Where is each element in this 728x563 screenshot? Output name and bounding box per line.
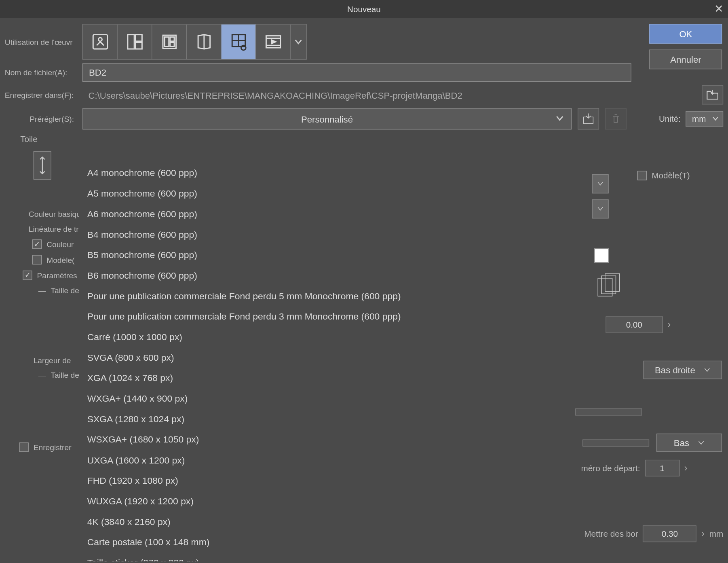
register-label: Enregistrer [34,443,72,452]
svg-rect-7 [170,37,174,41]
start-num-label: méro de départ: [581,464,640,473]
small-select-2[interactable] [592,199,608,218]
preset-option[interactable]: WSXGA+ (1680 x 1050 px) [79,430,563,450]
model-checkbox[interactable] [32,255,42,265]
corner-select-label: Bas droite [655,365,695,375]
preset-option[interactable]: B5 monochrome (600 ppp) [79,245,563,266]
chevron-down-icon [712,114,719,124]
preset-option[interactable]: XGA (1024 x 768 px) [79,368,563,389]
book-icon[interactable] [187,25,222,59]
chevron-down-icon [555,114,564,124]
model-t-label: Modèle(T) [652,171,690,180]
numbox-blank-2[interactable] [582,439,649,447]
window-title: Nouveau [347,4,381,14]
model-checkbox-label: Modèle( [46,255,74,264]
filename-input[interactable] [82,63,631,82]
register-checkbox[interactable] [19,442,29,452]
unit-label: Unité: [659,114,681,124]
preset-option[interactable]: WUXGA (1920 x 1200 px) [79,491,563,512]
width-de-label: Largeur de [34,356,71,365]
delete-preset-icon[interactable] [605,108,627,129]
preset-option[interactable]: Carré (1000 x 1000 px) [79,327,563,348]
swap-dimensions-button[interactable] [34,151,51,180]
bor-input[interactable]: 0.30 [643,525,696,542]
preset-option[interactable]: 4K (3840 x 2160 px) [79,512,563,532]
mm-suffix: mm [709,529,723,539]
preset-option[interactable]: B6 monochrome (600 ppp) [79,266,563,286]
svg-rect-8 [170,42,174,47]
ok-button[interactable]: OK [650,24,722,44]
svg-point-1 [98,38,102,41]
model-t-checkbox[interactable] [637,171,647,180]
browse-folder-icon[interactable] [702,85,723,104]
preset-option[interactable]: Pour une publication commerciale Fond pe… [79,307,563,327]
webtoon-icon[interactable] [222,25,256,59]
cancel-button[interactable]: Annuler [650,50,722,70]
preset-option[interactable]: SXGA (1280 x 1024 px) [79,409,563,430]
comic-icon[interactable] [118,25,152,59]
pages-icon [595,273,623,300]
params-checkbox[interactable] [23,271,32,280]
color-checkbox[interactable] [32,239,42,249]
filename-label: Nom de fichier(A): [5,68,76,77]
num-000[interactable]: 0.00 [606,316,663,333]
chevron-right-icon[interactable]: › [684,463,688,474]
unit-select[interactable]: mm [686,111,723,127]
illustration-icon[interactable] [83,25,118,59]
basic-color-label: Couleur basiqu [29,210,81,218]
preset-label: Prérégler(S): [5,114,76,123]
chevron-right-icon[interactable]: › [667,320,671,330]
preset-dropdown-list[interactable]: A4 monochrome (600 ppp)A5 monochrome (60… [79,163,563,561]
preset-selected-text: Personnalisé [301,114,353,124]
preset-option[interactable]: WXGA+ (1440 x 900 px) [79,389,563,409]
animation-icon[interactable] [256,25,291,59]
preset-option[interactable]: FHD (1920 x 1080 px) [79,470,563,491]
work-use-label: Utilisation de l'œuvr [5,37,76,46]
numbox-blank[interactable] [575,408,642,416]
save-preset-icon[interactable] [578,108,599,129]
preset-option[interactable]: UXGA (1600 x 1200 px) [79,450,563,471]
small-select-1[interactable] [592,174,608,193]
preset-option[interactable]: Pour une publication commerciale Fond pe… [79,286,563,307]
preset-option[interactable]: A6 monochrome (600 ppp) [79,204,563,224]
print-comic-icon[interactable] [152,25,187,59]
start-num-input[interactable]: 1 [645,460,679,476]
chevron-down-icon [698,439,705,447]
preset-option[interactable]: SVGA (800 x 600 px) [79,347,563,368]
save-in-label: Enregistrer dans(F): [5,91,76,99]
params-label: Paramètres [37,271,77,279]
position-select-label: Bas [674,438,689,448]
svg-rect-4 [135,42,141,49]
unit-value: mm [692,114,706,124]
preset-option[interactable]: Carte postale (100 x 148 mm) [79,532,563,553]
work-use-more-icon[interactable] [291,25,306,59]
work-use-toolbar [82,24,307,60]
chevron-right-icon[interactable]: › [701,528,705,539]
preset-option[interactable]: A4 monochrome (600 ppp) [79,163,563,184]
mettre-bor-label: Mettre des bor [584,529,638,539]
corner-select[interactable]: Bas droite [644,361,722,379]
position-select[interactable]: Bas [656,434,722,452]
titlebar: Nouveau ✕ [0,0,728,18]
chevron-down-icon [703,366,711,374]
svg-rect-6 [165,37,169,47]
color-checkbox-label: Couleur [46,240,74,249]
preset-option[interactable]: A5 monochrome (600 ppp) [79,184,563,204]
save-path: C:\Users\saube\Pictures\ENTREPRISE\MANGA… [82,86,691,104]
preset-select[interactable]: Personnalisé [82,108,572,129]
preset-option[interactable]: B4 monochrome (600 ppp) [79,224,563,245]
close-icon[interactable]: ✕ [714,2,723,15]
svg-rect-3 [135,35,141,41]
color-swatch[interactable] [594,248,608,262]
toile-label: Toile [20,134,723,144]
preset-option[interactable]: Taille sticker (370 x 320 px) [79,552,563,561]
halftone-label: Linéature de tra [29,224,83,233]
svg-rect-2 [127,35,134,49]
